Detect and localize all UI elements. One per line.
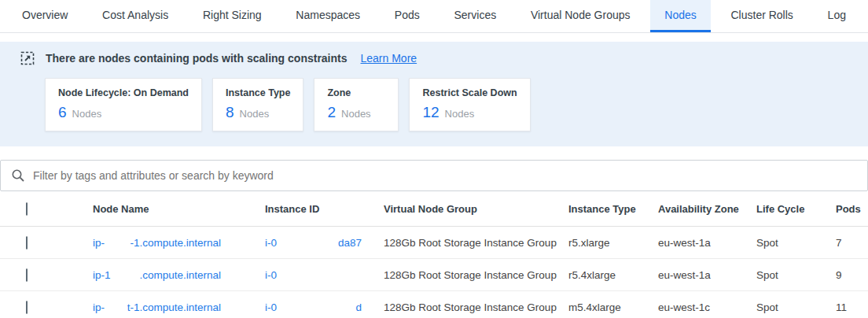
instance-id-link[interactable]: i-0: [265, 237, 277, 249]
card-value: 6: [58, 104, 67, 121]
card-unit: Nodes: [240, 108, 270, 120]
instance-type-cell: r5.xlarge: [568, 237, 658, 249]
col-virtual-node-group: Virtual Node Group: [384, 203, 568, 215]
nodes-table: Node Name Instance ID Virtual Node Group…: [0, 191, 868, 318]
search-input[interactable]: [33, 169, 857, 182]
availability-zone-cell: eu-west-1a: [658, 269, 756, 281]
instance-id-link[interactable]: i-0: [265, 269, 277, 281]
instance-id-link[interactable]: d: [355, 301, 384, 313]
card-title: Zone: [327, 87, 385, 98]
instance-id-link[interactable]: i-0: [265, 301, 277, 313]
node-name-link[interactable]: ip-: [93, 301, 105, 313]
card-title: Restrict Scale Down: [422, 87, 517, 98]
scaling-constraint-icon: [20, 50, 35, 66]
card-unit: Nodes: [341, 108, 371, 120]
card-unit: Nodes: [72, 108, 102, 120]
banner-message: There are nodes containing pods with sca…: [46, 52, 348, 65]
filter-search-bar[interactable]: [0, 160, 868, 191]
card-unit: Nodes: [445, 108, 475, 120]
card-title: Node Lifecycle: On Demand: [58, 87, 189, 98]
table-row: ip- -1.compute.internal i-0 da87 128Gb R…: [0, 227, 868, 259]
node-name-link[interactable]: t-1.compute.internal: [127, 301, 265, 313]
table-header-row: Node Name Instance ID Virtual Node Group…: [0, 191, 868, 227]
card-value: 2: [327, 104, 336, 121]
col-instance-type: Instance Type: [568, 203, 658, 215]
node-name-link[interactable]: .compute.internal: [139, 269, 265, 281]
node-name-link[interactable]: ip-: [93, 237, 105, 249]
card-zone[interactable]: Zone 2 Nodes: [314, 78, 399, 131]
card-value: 12: [422, 104, 439, 121]
availability-zone-cell: eu-west-1c: [658, 301, 756, 313]
select-all-checkbox[interactable]: [26, 202, 28, 216]
col-availability-zone: Availability Zone: [658, 203, 756, 215]
virtual-node-group-cell: 128Gb Root Storage Instance Group: [384, 269, 568, 281]
scaling-constraints-banner: There are nodes containing pods with sca…: [0, 42, 868, 146]
instance-type-cell: m5.4xlarge: [568, 301, 658, 313]
tab-services[interactable]: Services: [440, 0, 510, 32]
pods-cell: 7: [836, 237, 868, 249]
instance-id-link[interactable]: da87: [338, 237, 384, 249]
tab-nodes[interactable]: Nodes: [650, 0, 710, 32]
table-row: ip-1 .compute.internal i-0 128Gb Root St…: [0, 259, 868, 291]
cluster-tab-bar: Overview Cost Analysis Right Sizing Name…: [0, 0, 868, 33]
tab-cluster-rolls[interactable]: Cluster Rolls: [716, 0, 807, 32]
pods-cell: 9: [836, 269, 868, 281]
tab-right-sizing[interactable]: Right Sizing: [189, 0, 276, 32]
card-instance-type[interactable]: Instance Type 8 Nodes: [212, 78, 303, 131]
card-restrict-scale-down[interactable]: Restrict Scale Down 12 Nodes: [409, 78, 530, 131]
col-pods: Pods: [836, 203, 868, 215]
life-cycle-cell: Spot: [756, 237, 836, 249]
virtual-node-group-cell: 128Gb Root Storage Instance Group: [384, 301, 568, 313]
tab-log[interactable]: Log: [814, 0, 860, 32]
node-name-link[interactable]: ip-1: [93, 269, 111, 281]
search-icon: [11, 168, 25, 183]
col-instance-id: Instance ID: [265, 203, 384, 215]
tab-virtual-node-groups[interactable]: Virtual Node Groups: [517, 0, 645, 32]
row-checkbox[interactable]: [26, 236, 28, 250]
pods-cell: 11: [836, 301, 868, 313]
tab-pods[interactable]: Pods: [381, 0, 434, 32]
instance-type-cell: r5.4xlarge: [568, 269, 658, 281]
card-node-lifecycle-on-demand[interactable]: Node Lifecycle: On Demand 6 Nodes: [45, 78, 202, 131]
table-row: ip- t-1.compute.internal i-0 d 128Gb Roo…: [0, 291, 868, 318]
tab-cost-analysis[interactable]: Cost Analysis: [88, 0, 182, 32]
life-cycle-cell: Spot: [756, 301, 836, 313]
tab-namespaces[interactable]: Namespaces: [281, 0, 374, 32]
learn-more-link[interactable]: Learn More: [361, 52, 417, 65]
life-cycle-cell: Spot: [756, 269, 836, 281]
card-title: Instance Type: [226, 87, 290, 98]
constraint-summary-cards: Node Lifecycle: On Demand 6 Nodes Instan…: [45, 78, 848, 131]
row-checkbox[interactable]: [26, 301, 28, 314]
card-value: 8: [226, 104, 234, 121]
availability-zone-cell: eu-west-1a: [658, 237, 756, 249]
tab-overview[interactable]: Overview: [8, 0, 82, 32]
col-node-name: Node Name: [93, 203, 265, 215]
node-name-link[interactable]: -1.compute.internal: [130, 237, 265, 249]
virtual-node-group-cell: 128Gb Root Storage Instance Group: [384, 237, 568, 249]
row-checkbox[interactable]: [26, 268, 28, 282]
col-life-cycle: Life Cycle: [756, 203, 836, 215]
